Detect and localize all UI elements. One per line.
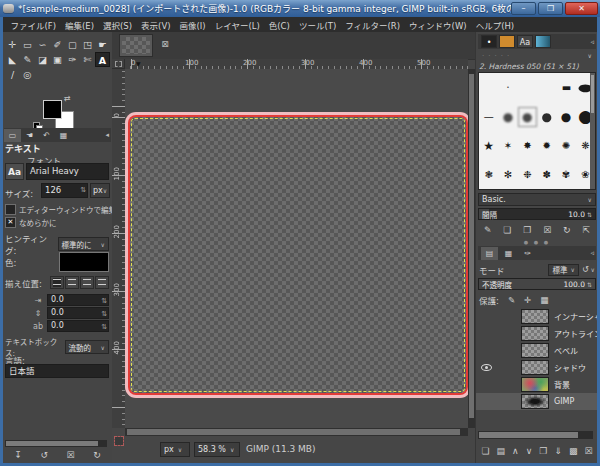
open-brush-button[interactable]: ⇱	[582, 224, 590, 237]
brush-item[interactable]: ★	[483, 140, 494, 152]
brush-item[interactable]: ●	[541, 111, 551, 123]
image-canvas[interactable]	[130, 117, 466, 393]
brush-grid-scrollbar[interactable]	[590, 73, 595, 189]
zoom-tool-icon[interactable]: ◎	[20, 67, 35, 82]
spacing-spinner[interactable]: ⇅	[587, 211, 592, 218]
brush-item[interactable]: ▬	[562, 83, 570, 93]
lower-layer-button[interactable]: ∨	[526, 445, 533, 458]
text-tool-icon[interactable]: A	[95, 52, 110, 67]
add-mask-button[interactable]: ▩	[569, 445, 578, 458]
raise-layer-button[interactable]: ∧	[512, 445, 519, 458]
tool-options-scrollbar[interactable]	[5, 440, 107, 447]
image-tab-close-icon[interactable]: ⊠	[159, 38, 171, 50]
brush-item[interactable]: ✸	[523, 141, 531, 151]
size-field[interactable]: 126 ⇅	[41, 183, 88, 198]
ruler-corner-button[interactable]	[112, 59, 125, 69]
brush-group-dropdown[interactable]: Basic. ∨	[478, 193, 596, 206]
dock-menu-icon[interactable]: ◃	[590, 249, 596, 257]
brush-spacing-slider[interactable]: 間隔 10.0 ⇅	[478, 208, 596, 220]
hinting-dropdown[interactable]: 標準的に ∨	[58, 237, 109, 251]
layer-row-gimp[interactable]: GIMP	[476, 393, 597, 410]
duplicate-brush-button[interactable]: ❐	[523, 224, 531, 237]
merge-down-button[interactable]: ⇓	[554, 445, 562, 458]
justify-right-button[interactable]	[65, 276, 79, 289]
brush-filter-row[interactable]: · · · · · ∨	[478, 50, 596, 61]
dock-splitter-handle[interactable]: ● ● ●	[476, 239, 597, 245]
opacity-slider[interactable]: 不透明度 100.0 ⇅	[478, 278, 596, 290]
vertical-scrollbar[interactable]	[468, 69, 475, 428]
dock-menu-icon[interactable]: ◃	[590, 38, 596, 46]
brush-item[interactable]: •	[507, 85, 510, 90]
menu-layer[interactable]: レイヤー(L)	[210, 19, 264, 31]
brush-item[interactable]: ❉	[523, 170, 531, 180]
letter-spacing-field[interactable]: 0.0 ⇅	[47, 320, 109, 332]
brush-item[interactable]: ●	[561, 111, 571, 123]
justify-center-button[interactable]	[80, 276, 94, 289]
eye-icon[interactable]	[481, 364, 492, 371]
tab-layers[interactable]: ▤	[481, 247, 498, 260]
brush-item[interactable]: ✽	[542, 170, 550, 180]
new-brush-button[interactable]: ❏	[503, 224, 511, 237]
indent-field[interactable]: 0.0 ⇅	[47, 294, 109, 306]
refresh-brushes-button[interactable]: ↻	[563, 224, 571, 237]
close-button[interactable]: ✕	[565, 2, 598, 15]
ink-tool-icon[interactable]: ✑	[65, 52, 80, 67]
layer-row-outline[interactable]: アウトライン	[476, 325, 597, 342]
brush-item[interactable]: ✻	[504, 170, 512, 180]
brush-item-selected[interactable]: ●	[522, 111, 532, 123]
ruler-unit-dropdown[interactable]: px ∨	[160, 442, 190, 457]
bucket-fill-tool-icon[interactable]: ◣	[5, 52, 20, 67]
crop-tool-icon[interactable]: ▢	[65, 37, 80, 52]
restore-tool-preset-button[interactable]: ↺	[40, 449, 48, 462]
edit-brush-button[interactable]: ✎	[484, 224, 492, 237]
lock-position-icon[interactable]: ✛	[524, 295, 531, 305]
new-layer-button[interactable]: ❏	[482, 445, 490, 458]
delete-layer-button[interactable]: ☒	[584, 445, 592, 458]
horizontal-scrollbar[interactable]	[125, 428, 468, 436]
zoom-level-dropdown[interactable]: 58.3 % ∨	[194, 442, 240, 457]
scissors-tool-icon[interactable]: ✄	[80, 52, 95, 67]
mode-switch-button[interactable]: ↺ ∨	[582, 265, 595, 274]
tab-undo-history[interactable]: ↶	[38, 129, 55, 142]
tab-brushes[interactable]: •	[481, 35, 497, 48]
layer-row-bevel[interactable]: ベベル	[476, 342, 597, 359]
menu-view[interactable]: 表示(V)	[137, 19, 175, 31]
brush-item[interactable]: ●	[503, 111, 513, 123]
save-tool-preset-button[interactable]: ↧	[14, 449, 22, 462]
justify-fill-button[interactable]	[95, 276, 109, 289]
quick-mask-toggle[interactable]	[114, 436, 124, 446]
brush-item[interactable]: ❀	[581, 170, 589, 180]
warp-tool-icon[interactable]: ☛	[95, 37, 110, 52]
font-picker-button[interactable]: Aa	[5, 163, 24, 180]
maximize-button[interactable]: ❒	[538, 2, 563, 15]
brush-item[interactable]: ❃	[484, 170, 492, 180]
text-color-swatch[interactable]	[59, 252, 109, 272]
reset-tool-options-button[interactable]: ↻	[93, 449, 101, 462]
brush-item[interactable]: ✺	[562, 141, 570, 151]
duplicate-layer-button[interactable]: ❐	[539, 445, 547, 458]
font-name-field[interactable]: Arial Heavy	[26, 163, 109, 180]
transform-tool-icon[interactable]: ◳	[80, 37, 95, 52]
text-box-dropdown[interactable]: 流動的 ∨	[65, 340, 109, 354]
tab-patterns[interactable]	[499, 35, 515, 48]
menu-image[interactable]: 画像(I)	[175, 19, 210, 31]
eraser-tool-icon[interactable]: ◪	[35, 52, 50, 67]
menu-windows[interactable]: ウィンドウ(W)	[405, 19, 472, 31]
brush-item[interactable]: —	[484, 112, 494, 122]
menu-edit[interactable]: 編集(E)	[61, 19, 99, 31]
move-tool-icon[interactable]: ✛	[5, 37, 20, 52]
brush-item[interactable]: ✶	[504, 141, 512, 151]
foreground-color-swatch[interactable]	[43, 100, 62, 119]
size-unit-dropdown[interactable]: px ∨	[90, 183, 110, 198]
layer-row-background[interactable]: 背景	[476, 376, 597, 393]
brush-item[interactable]: ✹	[542, 141, 550, 151]
menu-select[interactable]: 選択(S)	[99, 19, 137, 31]
menu-help[interactable]: ヘルプ(H)	[471, 19, 519, 31]
tab-fonts[interactable]: Aa	[517, 35, 533, 48]
tab-channels[interactable]: ▦	[500, 247, 517, 260]
rectangle-select-tool-icon[interactable]: ▭	[20, 37, 35, 52]
measure-tool-icon[interactable]: ∕	[5, 67, 20, 82]
menu-filters[interactable]: フィルター(R)	[341, 19, 405, 31]
tab-device-status[interactable]: ☚	[21, 129, 38, 142]
layer-list-scrollbar[interactable]	[478, 431, 593, 439]
